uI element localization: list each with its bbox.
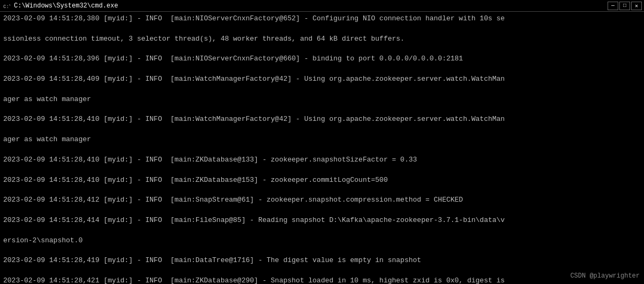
- log-line: ager as watch manager: [3, 95, 641, 105]
- log-line: 2023-02-09 14:51:28,414 [myid:] - INFO […: [3, 216, 641, 226]
- log-line: ssionless connection timeout, 3 selector…: [3, 34, 641, 44]
- minimize-button[interactable]: —: [608, 2, 618, 10]
- title-bar-left: C:\ C:\Windows\System32\cmd.exe: [2, 2, 118, 10]
- title-bar-controls: — □ ✕: [608, 2, 642, 10]
- log-line: 2023-02-09 14:51:28,396 [myid:] - INFO […: [3, 54, 641, 64]
- log-line: 2023-02-09 14:51:28,409 [myid:] - INFO […: [3, 74, 641, 85]
- cmd-icon: C:\: [2, 2, 11, 10]
- title-bar: C:\ C:\Windows\System32\cmd.exe — □ ✕: [0, 0, 644, 12]
- watermark: CSDN @playwrighter: [570, 272, 640, 281]
- log-line: 2023-02-09 14:51:28,419 [myid:] - INFO […: [3, 256, 641, 266]
- log-line: ager as watch manager: [3, 135, 641, 145]
- cmd-window: C:\ C:\Windows\System32\cmd.exe — □ ✕ 20…: [0, 0, 644, 284]
- maximize-button[interactable]: □: [619, 2, 630, 10]
- log-line: 2023-02-09 14:51:28,410 [myid:] - INFO […: [3, 175, 641, 186]
- log-line: 2023-02-09 14:51:28,421 [myid:] - INFO […: [3, 276, 641, 284]
- log-line: 2023-02-09 14:51:28,412 [myid:] - INFO […: [3, 195, 641, 205]
- log-line: 2023-02-09 14:51:28,380 [myid:] - INFO […: [3, 14, 641, 24]
- window-title: C:\Windows\System32\cmd.exe: [14, 2, 118, 10]
- log-line: 2023-02-09 14:51:28,410 [myid:] - INFO […: [3, 155, 641, 165]
- svg-text:C:\: C:\: [3, 4, 10, 10]
- close-button[interactable]: ✕: [631, 2, 642, 10]
- log-line: 2023-02-09 14:51:28,410 [myid:] - INFO […: [3, 114, 641, 125]
- console-output: 2023-02-09 14:51:28,380 [myid:] - INFO […: [0, 12, 644, 284]
- console-text: 2023-02-09 14:51:28,380 [myid:] - INFO […: [3, 14, 641, 284]
- log-line: ersion-2\snapshot.0: [3, 236, 641, 246]
